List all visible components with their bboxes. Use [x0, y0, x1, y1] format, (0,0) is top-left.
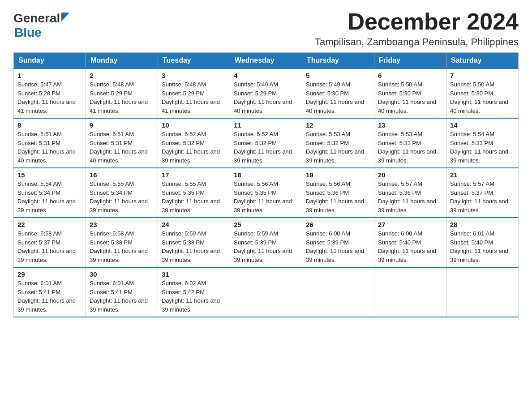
- day-number: 28: [450, 221, 515, 228]
- day-info: Sunrise: 5:54 AMSunset: 5:34 PMDaylight:…: [17, 180, 82, 214]
- header-friday: Friday: [374, 53, 446, 69]
- day-number: 11: [234, 121, 298, 129]
- logo-triangle-icon: [61, 13, 69, 21]
- header-sunday: Sunday: [14, 53, 86, 69]
- table-row: 20Sunrise: 5:57 AMSunset: 5:36 PMDayligh…: [374, 168, 446, 218]
- table-row: 2Sunrise: 5:48 AMSunset: 5:29 PMDaylight…: [86, 68, 158, 118]
- day-info: Sunrise: 5:56 AMSunset: 5:36 PMDaylight:…: [306, 180, 370, 214]
- day-info: Sunrise: 5:49 AMSunset: 5:29 PMDaylight:…: [234, 80, 298, 115]
- table-row: 7Sunrise: 5:50 AMSunset: 5:30 PMDaylight…: [446, 68, 519, 118]
- table-row: 5Sunrise: 5:49 AMSunset: 5:30 PMDaylight…: [302, 68, 374, 118]
- header-saturday: Saturday: [446, 53, 519, 69]
- day-number: 7: [450, 72, 515, 79]
- table-row: 12Sunrise: 5:53 AMSunset: 5:32 PMDayligh…: [302, 118, 374, 168]
- table-row: 16Sunrise: 5:55 AMSunset: 5:34 PMDayligh…: [86, 168, 158, 218]
- table-row: 29Sunrise: 6:01 AMSunset: 5:41 PMDayligh…: [14, 267, 86, 317]
- table-row: 18Sunrise: 5:56 AMSunset: 5:35 PMDayligh…: [230, 168, 302, 218]
- table-row: 23Sunrise: 5:58 AMSunset: 5:38 PMDayligh…: [86, 218, 158, 267]
- logo-blue-text: Blue: [14, 26, 42, 40]
- table-row: 9Sunrise: 5:51 AMSunset: 5:31 PMDaylight…: [86, 118, 158, 168]
- table-row: 3Sunrise: 5:48 AMSunset: 5:29 PMDaylight…: [158, 68, 230, 118]
- day-info: Sunrise: 5:55 AMSunset: 5:34 PMDaylight:…: [90, 180, 154, 214]
- day-info: Sunrise: 6:02 AMSunset: 5:42 PMDaylight:…: [162, 279, 226, 314]
- day-info: Sunrise: 5:49 AMSunset: 5:30 PMDaylight:…: [306, 80, 370, 115]
- day-number: 29: [17, 270, 82, 278]
- day-info: Sunrise: 5:58 AMSunset: 5:38 PMDaylight:…: [90, 229, 154, 264]
- title-section: December 2024 Tampilisan, Zamboanga Peni…: [315, 9, 519, 48]
- month-year-title: December 2024: [315, 9, 519, 34]
- day-number: 8: [17, 121, 82, 129]
- calendar-week-3: 15Sunrise: 5:54 AMSunset: 5:34 PMDayligh…: [14, 168, 519, 218]
- table-row: 19Sunrise: 5:56 AMSunset: 5:36 PMDayligh…: [302, 168, 374, 218]
- day-number: 30: [90, 270, 154, 278]
- day-info: Sunrise: 5:51 AMSunset: 5:31 PMDaylight:…: [17, 130, 82, 165]
- table-row: [302, 267, 374, 317]
- day-info: Sunrise: 5:57 AMSunset: 5:37 PMDaylight:…: [450, 180, 515, 214]
- day-info: Sunrise: 5:52 AMSunset: 5:32 PMDaylight:…: [234, 130, 298, 165]
- table-row: 13Sunrise: 5:53 AMSunset: 5:33 PMDayligh…: [374, 118, 446, 168]
- day-info: Sunrise: 6:01 AMSunset: 5:41 PMDaylight:…: [17, 279, 82, 314]
- table-row: 17Sunrise: 5:55 AMSunset: 5:35 PMDayligh…: [158, 168, 230, 218]
- day-info: Sunrise: 5:56 AMSunset: 5:35 PMDaylight:…: [234, 180, 298, 214]
- table-row: 25Sunrise: 5:59 AMSunset: 5:39 PMDayligh…: [230, 218, 302, 267]
- day-info: Sunrise: 5:59 AMSunset: 5:39 PMDaylight:…: [234, 229, 298, 264]
- day-info: Sunrise: 5:58 AMSunset: 5:37 PMDaylight:…: [17, 229, 82, 264]
- day-number: 31: [162, 270, 226, 278]
- table-row: 10Sunrise: 5:52 AMSunset: 5:32 PMDayligh…: [158, 118, 230, 168]
- day-number: 27: [378, 221, 442, 228]
- day-number: 12: [306, 121, 370, 129]
- day-info: Sunrise: 5:47 AMSunset: 5:28 PMDaylight:…: [17, 80, 82, 115]
- day-number: 24: [162, 221, 226, 228]
- table-row: 15Sunrise: 5:54 AMSunset: 5:34 PMDayligh…: [14, 168, 86, 218]
- day-number: 14: [450, 121, 515, 129]
- day-info: Sunrise: 5:50 AMSunset: 5:30 PMDaylight:…: [378, 80, 442, 115]
- day-number: 4: [234, 72, 298, 79]
- logo-general-text: General: [13, 11, 60, 26]
- day-info: Sunrise: 5:53 AMSunset: 5:32 PMDaylight:…: [306, 130, 370, 165]
- day-info: Sunrise: 6:01 AMSunset: 5:40 PMDaylight:…: [450, 229, 515, 264]
- day-number: 6: [378, 72, 442, 79]
- table-row: 6Sunrise: 5:50 AMSunset: 5:30 PMDaylight…: [374, 68, 446, 118]
- header-tuesday: Tuesday: [158, 53, 230, 69]
- day-number: 19: [306, 171, 370, 179]
- day-info: Sunrise: 5:55 AMSunset: 5:35 PMDaylight:…: [162, 180, 226, 214]
- day-info: Sunrise: 5:53 AMSunset: 5:33 PMDaylight:…: [378, 130, 442, 165]
- day-number: 15: [17, 171, 82, 179]
- day-number: 17: [162, 171, 226, 179]
- table-row: 22Sunrise: 5:58 AMSunset: 5:37 PMDayligh…: [14, 218, 86, 267]
- day-number: 23: [90, 221, 154, 228]
- day-number: 5: [306, 72, 370, 79]
- location-subtitle: Tampilisan, Zamboanga Peninsula, Philipp…: [315, 36, 519, 48]
- day-info: Sunrise: 5:48 AMSunset: 5:29 PMDaylight:…: [90, 80, 154, 115]
- table-row: [446, 267, 519, 317]
- table-row: 1Sunrise: 5:47 AMSunset: 5:28 PMDaylight…: [14, 68, 86, 118]
- table-row: 8Sunrise: 5:51 AMSunset: 5:31 PMDaylight…: [14, 118, 86, 168]
- day-number: 21: [450, 171, 515, 179]
- table-row: [374, 267, 446, 317]
- calendar-header-row: Sunday Monday Tuesday Wednesday Thursday…: [14, 53, 519, 69]
- day-number: 18: [234, 171, 298, 179]
- day-number: 26: [306, 221, 370, 228]
- day-info: Sunrise: 5:51 AMSunset: 5:31 PMDaylight:…: [90, 130, 154, 165]
- day-info: Sunrise: 5:52 AMSunset: 5:32 PMDaylight:…: [162, 130, 226, 165]
- day-info: Sunrise: 5:48 AMSunset: 5:29 PMDaylight:…: [162, 80, 226, 115]
- day-number: 1: [17, 72, 82, 79]
- calendar-table: Sunday Monday Tuesday Wednesday Thursday…: [13, 52, 519, 317]
- calendar-week-1: 1Sunrise: 5:47 AMSunset: 5:28 PMDaylight…: [14, 68, 519, 118]
- day-info: Sunrise: 6:00 AMSunset: 5:39 PMDaylight:…: [306, 229, 370, 264]
- table-row: 4Sunrise: 5:49 AMSunset: 5:29 PMDaylight…: [230, 68, 302, 118]
- day-number: 10: [162, 121, 226, 129]
- day-number: 9: [90, 121, 154, 129]
- table-row: 11Sunrise: 5:52 AMSunset: 5:32 PMDayligh…: [230, 118, 302, 168]
- page-header: General Blue December 2024 Tampilisan, Z…: [13, 9, 519, 48]
- table-row: 14Sunrise: 5:54 AMSunset: 5:33 PMDayligh…: [446, 118, 519, 168]
- table-row: 30Sunrise: 6:01 AMSunset: 5:41 PMDayligh…: [86, 267, 158, 317]
- header-wednesday: Wednesday: [230, 53, 302, 69]
- table-row: 24Sunrise: 5:59 AMSunset: 5:38 PMDayligh…: [158, 218, 230, 267]
- day-info: Sunrise: 5:59 AMSunset: 5:38 PMDaylight:…: [162, 229, 226, 264]
- day-number: 25: [234, 221, 298, 228]
- calendar-week-5: 29Sunrise: 6:01 AMSunset: 5:41 PMDayligh…: [14, 267, 519, 317]
- day-number: 13: [378, 121, 442, 129]
- day-info: Sunrise: 5:50 AMSunset: 5:30 PMDaylight:…: [450, 80, 515, 115]
- logo: General Blue: [13, 9, 69, 40]
